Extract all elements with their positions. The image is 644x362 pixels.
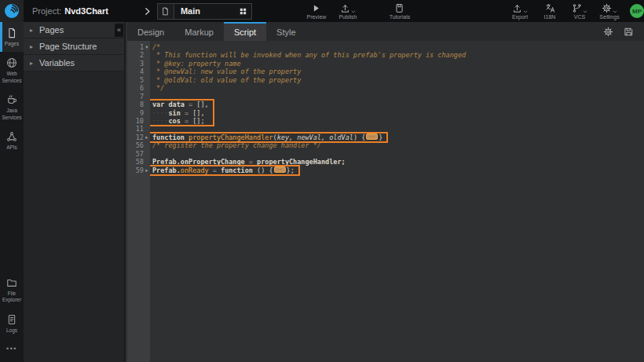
code-line-8[interactable]: var data = [],	[150, 101, 209, 108]
button-label: Publish	[338, 14, 357, 20]
code-line-1[interactable]: /*	[150, 43, 644, 51]
code-editor[interactable]: 1▾23456789101112▸56575859▸ /* * This fun…	[127, 41, 644, 362]
code-token: propertyChangeHandler	[188, 133, 273, 141]
i18n-icon	[545, 3, 555, 13]
button-label: Preview	[306, 14, 326, 20]
page-selector[interactable]: Main	[157, 3, 252, 20]
folded-code-widget[interactable]: ··	[274, 166, 286, 173]
caret-right-icon: ▸	[24, 60, 39, 67]
code-line-2[interactable]: * This function will be invoked when any…	[150, 51, 644, 59]
app-logo[interactable]	[0, 0, 24, 22]
button-label: Settings	[599, 14, 619, 20]
save-button[interactable]	[624, 27, 634, 37]
sidebar-section-variables[interactable]: ▸Variables	[24, 55, 124, 71]
editor-gutter: 1▾23456789101112▸56575859▸	[127, 41, 150, 362]
code-line-59[interactable]: Prefab.onReady = function () {··};	[150, 166, 295, 174]
project-title: Project:Nvd3Chart	[32, 6, 108, 16]
code-content[interactable]: /* * This function will be invoked when …	[150, 41, 644, 362]
code-line-12[interactable]: function propertyChangeHandler(key, newV…	[150, 133, 382, 141]
collapse-panel-button[interactable]: «	[115, 24, 123, 37]
tab-style[interactable]: Style	[266, 22, 306, 41]
activity-item-java-services[interactable]: Java Services	[0, 89, 24, 126]
code-highlight-box: Prefab.onReady = function () {··};	[150, 166, 298, 174]
fold-collapsed-icon[interactable]: ▸	[144, 166, 150, 174]
activity-item-apis[interactable]: APIs	[0, 126, 24, 155]
sidebar-section-label: Variables	[39, 58, 75, 68]
grid-icon[interactable]	[236, 7, 251, 16]
line-number: 11	[136, 125, 144, 133]
more-options-button[interactable]: •••	[0, 338, 24, 362]
fold-open-icon[interactable]: ▾	[144, 43, 150, 51]
fold-collapsed-icon[interactable]: ▸	[144, 133, 150, 141]
code-token: Prefab.onPropertyChange	[152, 158, 245, 166]
export-icon	[512, 3, 522, 13]
code-line-6[interactable]: */	[150, 84, 644, 92]
button-label: VCS	[574, 14, 585, 20]
topbar-actions-right: ExportI18NVCSSettings	[509, 0, 627, 22]
line-number: 56	[136, 141, 144, 149]
folded-code-widget[interactable]: ··	[366, 133, 378, 140]
export-button[interactable]: Export	[509, 0, 531, 22]
activity-item-logs[interactable]: Logs	[0, 309, 24, 338]
code-line-11[interactable]	[150, 125, 644, 133]
activity-item-label: Web Services	[0, 71, 24, 84]
activity-item-file-explorer[interactable]: File Explorer	[0, 272, 24, 309]
code-token: };	[287, 166, 295, 174]
page-icon	[161, 7, 170, 16]
code-highlight-box: function propertyChangeHandler(key, newV…	[150, 133, 386, 141]
fold-gutter-space	[144, 109, 150, 117]
sidebar-section-pages[interactable]: ▸Pages«	[24, 22, 124, 38]
settings-button[interactable]: Settings	[598, 0, 620, 22]
tab-design[interactable]: Design	[127, 22, 174, 41]
sidebar-section-page-structure[interactable]: ▸Page Structure	[24, 38, 124, 55]
fold-gutter-space	[144, 101, 150, 108]
code-line-7[interactable]	[150, 93, 644, 101]
avatar[interactable]: MP	[630, 4, 644, 18]
code-token: [],	[196, 101, 208, 108]
publish-button[interactable]: Publish	[337, 0, 359, 22]
chevron-right-icon[interactable]	[143, 7, 152, 16]
code-token: =	[181, 109, 192, 117]
tab-script[interactable]: Script	[224, 22, 266, 41]
gutter-line-56: 56	[127, 141, 150, 149]
code-token: cos	[168, 117, 180, 125]
activity-item-label: Java Services	[0, 108, 24, 121]
fold-gutter-space	[144, 60, 150, 68]
code-token: ····	[152, 109, 168, 117]
gutter-line-4: 4	[127, 68, 150, 75]
code-token: =	[245, 158, 257, 166]
code-token: * @newVal: new value of the property	[152, 68, 301, 75]
code-line-3[interactable]: * @key: property name	[150, 60, 644, 68]
fold-gutter-space	[144, 51, 150, 59]
script-settings-button[interactable]	[603, 27, 613, 37]
vcs-button[interactable]: VCS	[569, 0, 591, 22]
fold-gutter-space	[144, 141, 150, 149]
code-token: =	[181, 117, 192, 125]
sidebar-section-label: Page Structure	[39, 42, 97, 51]
fold-gutter-space	[144, 93, 150, 101]
code-line-4[interactable]: * @newVal: new value of the property	[150, 68, 644, 75]
code-token: * @key: property name	[152, 60, 241, 68]
code-line-56[interactable]: /* register the property change handler …	[150, 141, 644, 149]
code-token: Prefab.	[152, 166, 181, 174]
code-token: ····	[152, 117, 168, 125]
code-line-5[interactable]: * @oldVal: old value of the property	[150, 76, 644, 84]
code-line-10[interactable]: ····cos = [];	[150, 117, 209, 125]
i18n-button[interactable]: I18N	[539, 0, 561, 22]
sidebar-section-label: Pages	[39, 25, 64, 35]
tutorials-button[interactable]: Tutorials	[389, 0, 411, 22]
topbar-actions-left: PreviewPublishTutorials	[306, 0, 411, 22]
code-token: sin	[168, 109, 180, 117]
grid-icon	[239, 7, 247, 16]
sidebar-panel: ▸Pages«▸Page Structure▸Variables	[24, 22, 126, 362]
play-icon	[311, 3, 321, 13]
code-line-57[interactable]	[150, 150, 644, 158]
code-line-58[interactable]: Prefab.onPropertyChange = propertyChange…	[150, 158, 644, 166]
activity-item-web-services[interactable]: Web Services	[0, 52, 24, 89]
topbar: Project:Nvd3Chart Main PreviewPublishTut…	[0, 0, 644, 22]
code-token: */	[152, 84, 164, 92]
preview-button[interactable]: Preview	[306, 0, 327, 22]
code-line-9[interactable]: ····sin = [],	[150, 109, 209, 117]
activity-item-pages[interactable]: Pages	[0, 22, 24, 52]
tab-markup[interactable]: Markup	[174, 22, 224, 41]
